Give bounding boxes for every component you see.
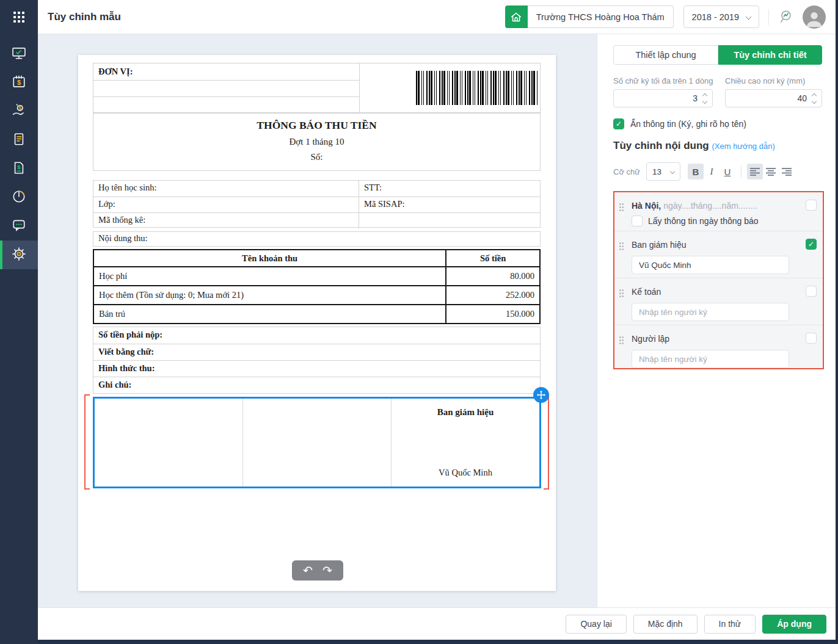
undo-button[interactable]: ↶: [303, 565, 313, 576]
sidebar-item-receipts[interactable]: [0, 126, 38, 154]
principal-label: Ban giám hiệu: [632, 240, 687, 250]
preparer-checkbox[interactable]: [806, 333, 817, 344]
unit-table: ĐƠN VỊ:: [93, 63, 541, 113]
school-name: Trường THCS Hoàng Hoa Thám: [528, 5, 674, 28]
date-source-checkbox[interactable]: [632, 215, 643, 226]
max-signatures-input[interactable]: [614, 93, 698, 103]
header-right-group: Trường THCS Hoàng Hoa Thám 2018 - 2019: [505, 5, 826, 29]
svg-text:$: $: [17, 164, 21, 170]
redo-button[interactable]: ↷: [322, 565, 332, 576]
fee-amount: 252.000: [446, 286, 540, 305]
preparer-label: Người lập: [632, 334, 669, 344]
student-info-table: Họ tên học sinh:STT: Lớp:Mã SISAP: Mã th…: [93, 180, 541, 228]
info-label: Họ tên học sinh:: [93, 181, 359, 197]
signature-row-accountant: Kế toán: [614, 278, 823, 325]
hide-info-checkbox[interactable]: [613, 118, 624, 129]
underline-button[interactable]: U: [720, 164, 735, 179]
summary-label: Số tiền phải nộp:: [93, 327, 540, 344]
preview-area: ĐƠN VỊ: THÔNG BÁO THU TIỀN Đợt 1 tháng 1…: [38, 34, 597, 607]
document-subtitle: Đợt 1 tháng 10: [93, 137, 540, 147]
font-size-dropdown[interactable]: 13: [646, 162, 680, 181]
date-source-row: Lấy thông tin ngày thông báo: [632, 215, 759, 226]
align-left-button[interactable]: [747, 164, 763, 179]
summary-label: Hình thức thu:: [93, 360, 540, 377]
print-test-button[interactable]: In thử: [704, 615, 756, 634]
drag-handle-icon[interactable]: [619, 336, 624, 344]
signature-height-label: Chiều cao nơi ký (mm): [725, 76, 805, 85]
document-title: THÔNG BÁO THU TIỀN: [93, 119, 540, 132]
signature-height-stepper[interactable]: [807, 94, 822, 103]
chat-bubble-icon: [10, 217, 27, 236]
sidebar-item-invoices[interactable]: $: [0, 154, 38, 183]
info-label: Mã SISAP:: [359, 197, 540, 212]
principal-checkbox[interactable]: [806, 239, 817, 250]
svg-text:$: $: [17, 79, 21, 86]
sidebar-item-fees[interactable]: $: [0, 68, 38, 97]
guide-link[interactable]: (Xem hướng dẫn): [712, 142, 775, 151]
school-selector[interactable]: Trường THCS Hoàng Hoa Thám: [505, 5, 674, 28]
hand-coin-icon: $: [10, 102, 27, 121]
accountant-name-input[interactable]: [632, 303, 789, 321]
content-label-row: Nội dung thu:: [93, 231, 541, 247]
app-window: $ $ $ Tùy chỉnh mẫu: [0, 0, 838, 644]
apply-button[interactable]: Áp dụng: [762, 615, 826, 634]
calendar-dollar-icon: $: [10, 73, 27, 93]
monitor-icon: [10, 45, 27, 64]
drag-handle-icon[interactable]: [619, 242, 624, 250]
action-bar: Quay lại Mặc định In thử Áp dụng: [38, 607, 836, 640]
info-label: [359, 213, 540, 228]
principal-name-input[interactable]: [632, 256, 789, 274]
document-number-label: Số:: [93, 152, 540, 162]
date-source-label: Lấy thông tin ngày thông báo: [648, 216, 759, 226]
tab-detail-customization[interactable]: Tùy chỉnh chi tiết: [718, 45, 822, 65]
sidebar-item-settings[interactable]: [0, 241, 38, 269]
signature-block-selected[interactable]: Ban giám hiệu Vũ Quốc Minh: [93, 397, 541, 488]
drag-handle-icon[interactable]: [619, 203, 624, 211]
sidebar-item-messages[interactable]: [0, 212, 38, 241]
italic-button[interactable]: I: [704, 164, 720, 179]
back-button[interactable]: Quay lại: [566, 615, 626, 634]
sidebar-item-collection[interactable]: $: [0, 97, 38, 126]
sidebar: $ $ $: [0, 0, 38, 644]
analysis-search-button[interactable]: [778, 9, 795, 26]
font-size-label: Cỡ chữ: [613, 167, 640, 176]
align-right-button[interactable]: [779, 164, 795, 179]
toolbar-divider: [741, 165, 741, 178]
align-center-button[interactable]: [763, 164, 779, 179]
signature-name: Vũ Quốc Minh: [439, 468, 492, 478]
preparer-name-input[interactable]: [632, 350, 789, 368]
accountant-checkbox[interactable]: [806, 286, 817, 297]
selection-bracket-right: [544, 394, 549, 490]
move-arrows-icon: [536, 390, 546, 400]
date-row-checkbox[interactable]: [806, 200, 817, 211]
pie-chart-icon: [10, 188, 27, 208]
chevron-down-icon: [746, 14, 752, 20]
bold-button[interactable]: B: [688, 164, 704, 179]
move-handle[interactable]: [533, 387, 549, 403]
header-divider: [768, 9, 769, 25]
signature-row-preparer: Người lập: [614, 325, 823, 368]
default-button[interactable]: Mặc định: [633, 615, 698, 634]
svg-text:$: $: [18, 105, 21, 111]
settings-panel: Thiết lập chung Tùy chỉnh chi tiết Số ch…: [597, 34, 836, 607]
home-icon: [505, 5, 528, 28]
unit-label: ĐƠN VỊ:: [98, 67, 133, 77]
font-size-value: 13: [652, 167, 661, 176]
signature-title: Ban giám hiệu: [437, 407, 494, 418]
sidebar-item-reports[interactable]: [0, 183, 38, 212]
school-year-dropdown[interactable]: 2018 - 2019: [683, 5, 759, 28]
settings-tabs: Thiết lập chung Tùy chỉnh chi tiết: [613, 45, 822, 65]
signature-height-input[interactable]: [726, 93, 807, 103]
undo-redo-toolbar: ↶ ↷: [292, 560, 343, 581]
invoice-document-icon: $: [10, 159, 27, 179]
tab-general-settings[interactable]: Thiết lập chung: [613, 45, 718, 65]
user-avatar[interactable]: [803, 5, 826, 29]
sidebar-item-dashboard[interactable]: [0, 40, 38, 68]
signature-column: [95, 399, 243, 487]
fee-name: Học phí: [93, 267, 446, 286]
drag-handle-icon[interactable]: [619, 289, 624, 297]
apps-menu-button[interactable]: [0, 0, 38, 34]
top-header: Tùy chỉnh mẫu Trường THCS Hoàng Hoa Thám…: [38, 0, 836, 34]
max-signatures-stepper[interactable]: [698, 94, 712, 103]
signature-column: Ban giám hiệu Vũ Quốc Minh: [392, 399, 539, 487]
